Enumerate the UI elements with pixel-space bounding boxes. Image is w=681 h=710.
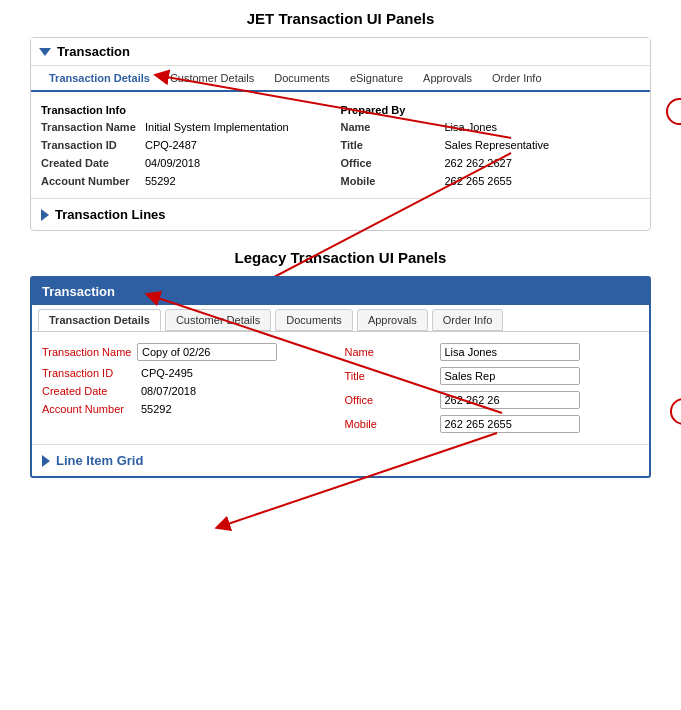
legacy-transaction-id-row: Transaction ID CPQ-2495 (42, 364, 337, 382)
legacy-tab-transaction-details[interactable]: Transaction Details (38, 309, 161, 331)
jet-office-row: Office 262 262 2627 (341, 154, 641, 172)
legacy-office-row: Office (345, 388, 640, 412)
jet-transaction-info-title: Transaction Info (41, 100, 341, 118)
legacy-created-date-label: Created Date (42, 385, 137, 397)
jet-office-label: Office (341, 157, 441, 169)
legacy-name-input[interactable] (440, 343, 580, 361)
legacy-transaction-id-value: CPQ-2495 (137, 367, 193, 379)
tab-esignature[interactable]: eSignature (340, 66, 413, 90)
legacy-title-label: Title (345, 370, 440, 382)
legacy-panels-bubble-wrapper: Panels (670, 398, 681, 425)
collapse-icon[interactable] (39, 48, 51, 56)
expand-icon[interactable] (41, 209, 49, 221)
legacy-transaction-id-label: Transaction ID (42, 367, 137, 379)
legacy-line-item-header: Line Item Grid (32, 444, 649, 476)
tab-customer-details[interactable]: Customer Details (160, 66, 264, 90)
legacy-tab-order-info[interactable]: Order Info (432, 309, 504, 331)
transaction-lines-label: Transaction Lines (55, 207, 166, 222)
legacy-title-input[interactable] (440, 367, 580, 385)
jet-name-value: Lisa Jones (441, 121, 498, 133)
legacy-account-number-value: 55292 (137, 403, 172, 415)
legacy-transaction-label: Transaction (42, 284, 115, 299)
legacy-mobile-input[interactable] (440, 415, 580, 433)
jet-title-label: Title (341, 139, 441, 151)
tab-order-info[interactable]: Order Info (482, 66, 552, 90)
legacy-transaction-name-label: Transaction Name (42, 346, 137, 358)
legacy-section-title: Legacy Transaction UI Panels (10, 249, 671, 266)
legacy-mobile-row: Mobile (345, 412, 640, 436)
jet-name-label: Name (341, 121, 441, 133)
legacy-created-date-value: 08/07/2018 (137, 385, 196, 397)
jet-fields-grid: Transaction Info Transaction Name Initia… (31, 92, 650, 198)
legacy-panels-bubble: Panels (670, 398, 681, 425)
legacy-transaction-name-input[interactable] (137, 343, 277, 361)
legacy-line-item-label: Line Item Grid (56, 453, 143, 468)
jet-panels-bubble-wrapper: Panels (666, 98, 681, 125)
jet-created-date-value: 04/09/2018 (141, 157, 200, 169)
legacy-title-row: Title (345, 364, 640, 388)
legacy-office-label: Office (345, 394, 440, 406)
legacy-name-label: Name (345, 346, 440, 358)
jet-tabs-bar: Transaction Details Customer Details Doc… (31, 66, 650, 92)
jet-office-value: 262 262 2627 (441, 157, 512, 169)
transaction-lines-header: Transaction Lines (31, 199, 650, 230)
legacy-expand-icon[interactable] (42, 455, 50, 467)
legacy-account-number-label: Account Number (42, 403, 137, 415)
jet-transaction-name-value: Initial System Implementation (141, 121, 289, 133)
jet-title-row: Title Sales Representative (341, 136, 641, 154)
jet-transaction-label: Transaction (57, 44, 130, 59)
legacy-transaction-name-row: Transaction Name (42, 340, 337, 364)
jet-transaction-id-label: Transaction ID (41, 139, 141, 151)
jet-transaction-name-label: Transaction Name (41, 121, 141, 133)
jet-account-number-label: Account Number (41, 175, 141, 187)
jet-section-title: JET Transaction UI Panels (10, 10, 671, 27)
jet-right-column: Prepared By Name Lisa Jones Title Sales … (341, 100, 641, 190)
legacy-mobile-label: Mobile (345, 418, 440, 430)
jet-transaction-name-row: Transaction Name Initial System Implemen… (41, 118, 341, 136)
jet-account-number-value: 55292 (141, 175, 176, 187)
tab-approvals[interactable]: Approvals (413, 66, 482, 90)
legacy-tabs-bar: Transaction Details Customer Details Doc… (32, 305, 649, 332)
jet-account-number-row: Account Number 55292 (41, 172, 341, 190)
jet-created-date-label: Created Date (41, 157, 141, 169)
legacy-transaction-header: Transaction (32, 278, 649, 305)
jet-left-column: Transaction Info Transaction Name Initia… (41, 100, 341, 190)
legacy-right-column: Name Title Office Mobile (345, 340, 640, 436)
jet-panels-bubble: Panels (666, 98, 681, 125)
tab-transaction-details[interactable]: Transaction Details (39, 66, 160, 92)
legacy-panel: Transaction Transaction Details Customer… (30, 276, 651, 478)
legacy-tab-documents[interactable]: Documents (275, 309, 353, 331)
legacy-tab-customer-details[interactable]: Customer Details (165, 309, 271, 331)
legacy-created-date-row: Created Date 08/07/2018 (42, 382, 337, 400)
jet-title-value: Sales Representative (441, 139, 550, 151)
legacy-office-input[interactable] (440, 391, 580, 409)
legacy-panel-wrapper: Transaction Transaction Details Customer… (30, 276, 651, 478)
legacy-account-number-row: Account Number 55292 (42, 400, 337, 418)
jet-created-date-row: Created Date 04/09/2018 (41, 154, 341, 172)
legacy-fields-area: Transaction Name Transaction ID CPQ-2495… (32, 332, 649, 444)
legacy-name-row: Name (345, 340, 640, 364)
tab-documents[interactable]: Documents (264, 66, 340, 90)
jet-mobile-label: Mobile (341, 175, 441, 187)
legacy-tab-approvals[interactable]: Approvals (357, 309, 428, 331)
jet-transaction-id-value: CPQ-2487 (141, 139, 197, 151)
jet-transaction-id-row: Transaction ID CPQ-2487 (41, 136, 341, 154)
legacy-left-column: Transaction Name Transaction ID CPQ-2495… (42, 340, 337, 436)
jet-transaction-header: Transaction (31, 38, 650, 66)
jet-mobile-row: Mobile 262 265 2655 (341, 172, 641, 190)
jet-prepared-by-title: Prepared By (341, 100, 641, 118)
jet-mobile-value: 262 265 2655 (441, 175, 512, 187)
jet-name-row: Name Lisa Jones (341, 118, 641, 136)
jet-panel: Transaction Transaction Details Customer… (30, 37, 651, 231)
